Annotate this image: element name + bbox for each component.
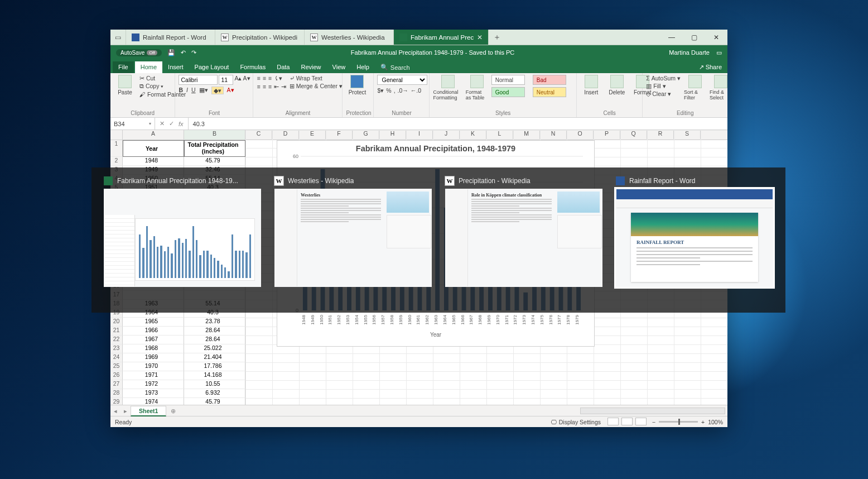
comma-icon[interactable]: , xyxy=(394,87,396,94)
add-sheet-button[interactable]: ⊕ xyxy=(166,408,180,414)
user-name[interactable]: Martina Duarte xyxy=(669,49,710,56)
formula-input[interactable]: 40.3 xyxy=(189,121,209,127)
decrease-indent-icon[interactable]: ⇤ xyxy=(274,83,279,90)
clear-button[interactable]: ◇ Clear ▾ xyxy=(646,90,681,97)
insert-cells-button[interactable]: Insert xyxy=(580,75,602,95)
column-header[interactable]: I xyxy=(406,130,433,140)
tab-help[interactable]: Help xyxy=(351,61,375,73)
fx-icon[interactable]: fx xyxy=(179,121,184,127)
row-header[interactable]: 21 xyxy=(110,327,123,336)
cell-year[interactable]: 1971 xyxy=(123,371,184,380)
column-header[interactable]: B xyxy=(184,130,245,140)
tab-data[interactable]: Data xyxy=(271,61,295,73)
select-all-corner[interactable] xyxy=(110,130,123,140)
alttab-thumbnail[interactable]: WPrecipitation - WikipediaRole in Köppen… xyxy=(445,176,602,287)
tab-page-layout[interactable]: Page Layout xyxy=(189,61,235,73)
fill-button[interactable]: ▥ Fill ▾ xyxy=(646,83,681,89)
zoom-out-button[interactable]: − xyxy=(652,419,655,425)
tab-file[interactable]: File xyxy=(113,61,134,73)
wrap-text-button[interactable]: ⤶ Wrap Text xyxy=(290,75,343,82)
tab-review[interactable]: Review xyxy=(295,61,326,73)
horizontal-scrollbar[interactable] xyxy=(580,408,725,414)
alttab-thumbnail[interactable]: WWesterlies - WikipediaWesterlies xyxy=(274,176,432,287)
grow-font-icon[interactable]: A▴ xyxy=(234,75,242,85)
fill-color-button[interactable]: ◆▾ xyxy=(211,87,224,94)
row-header[interactable]: 23 xyxy=(110,344,123,353)
cell-value[interactable]: 21.404 xyxy=(184,353,245,362)
column-header[interactable]: J xyxy=(433,130,460,140)
increase-indent-icon[interactable]: ⇥ xyxy=(281,83,286,90)
row-header[interactable]: 22 xyxy=(110,336,123,344)
align-middle-icon[interactable]: ≡ xyxy=(263,75,266,82)
align-top-icon[interactable]: ≡ xyxy=(257,75,260,82)
cell-value[interactable]: 25.022 xyxy=(184,344,245,353)
cancel-formula-icon[interactable]: ✕ xyxy=(160,120,165,127)
sets-tab[interactable]: WPrecipitation - Wikipedi xyxy=(215,30,305,45)
alttab-thumbnail[interactable]: Fabrikam Annual Precipitation 1948-19... xyxy=(104,176,261,287)
italic-button[interactable]: I xyxy=(186,87,188,94)
row-header[interactable]: 25 xyxy=(110,362,123,371)
increase-decimal-icon[interactable]: .0→ xyxy=(398,87,408,94)
cell-year[interactable]: 1948 xyxy=(123,157,184,166)
cell-year[interactable]: 1965 xyxy=(123,318,184,327)
row-header[interactable]: 20 xyxy=(110,318,123,327)
sets-tab[interactable]: Rainfall Report - Word xyxy=(126,30,215,45)
window-close[interactable]: ✕ xyxy=(705,30,727,45)
shrink-font-icon[interactable]: A▾ xyxy=(243,75,250,85)
column-header[interactable]: A xyxy=(123,130,184,140)
row-header[interactable]: 2 xyxy=(110,157,123,166)
merge-center-button[interactable]: ⊞ Merge & Center ▾ xyxy=(290,83,343,89)
column-header[interactable]: H xyxy=(379,130,406,140)
autosave-toggle[interactable]: AutoSave Off xyxy=(116,49,162,56)
row-header[interactable]: 26 xyxy=(110,371,123,380)
cell-style-neutral[interactable]: Neutral xyxy=(533,87,566,97)
cell-year[interactable]: 1967 xyxy=(123,336,184,344)
align-right-icon[interactable]: ≡ xyxy=(268,83,272,90)
cell-value[interactable]: 45.79 xyxy=(184,398,245,405)
row-header[interactable]: 28 xyxy=(110,389,123,398)
percent-icon[interactable]: % xyxy=(386,87,391,94)
display-settings[interactable]: 🖵 Display Settings xyxy=(551,419,601,425)
column-header[interactable]: N xyxy=(540,130,567,140)
cell-value[interactable]: 6.932 xyxy=(184,389,245,398)
cell-value[interactable]: 45.79 xyxy=(184,157,245,166)
cell-style-good[interactable]: Good xyxy=(491,87,525,97)
zoom-level[interactable]: 100% xyxy=(708,419,723,425)
row-header[interactable]: 1 xyxy=(110,140,123,157)
orientation-icon[interactable]: ⤹▾ xyxy=(274,75,282,82)
cell-year[interactable]: 1969 xyxy=(123,353,184,362)
name-box[interactable]: B34 xyxy=(110,118,155,130)
search-box[interactable]: 🔍 Search xyxy=(375,61,416,73)
font-color-button[interactable]: A▾ xyxy=(227,87,234,94)
cell-year[interactable]: 1970 xyxy=(123,362,184,371)
column-header[interactable]: Q xyxy=(620,130,647,140)
format-as-table-button[interactable]: Format as Table xyxy=(466,75,488,100)
font-size-combo[interactable] xyxy=(219,75,233,85)
tab-view[interactable]: View xyxy=(327,61,351,73)
sets-tab[interactable]: WWesterlies - Wikipedia xyxy=(305,30,394,45)
row-header[interactable]: 29 xyxy=(110,398,123,405)
protect-button[interactable]: Protect xyxy=(346,75,368,95)
task-view-button[interactable]: ▭ xyxy=(110,30,126,45)
number-format-combo[interactable]: General xyxy=(377,75,427,85)
row-header[interactable]: 27 xyxy=(110,380,123,389)
decrease-decimal-icon[interactable]: ←.0 xyxy=(411,87,421,94)
delete-cells-button[interactable]: Delete xyxy=(606,75,628,95)
new-tab-button[interactable]: ＋ xyxy=(489,30,505,45)
cell-value[interactable]: 23.78 xyxy=(184,318,245,327)
sheet-nav-next[interactable]: ▸ xyxy=(120,408,131,414)
cell-value[interactable]: 10.55 xyxy=(184,380,245,389)
column-header[interactable]: E xyxy=(299,130,326,140)
alttab-thumbnail[interactable]: Rainfall Report - WordRAINFALL REPORT xyxy=(616,176,773,287)
autosum-button[interactable]: Σ AutoSum ▾ xyxy=(646,75,681,82)
sort-filter-button[interactable]: Sort & Filter xyxy=(684,75,706,100)
find-select-button[interactable]: Find & Select xyxy=(710,75,727,100)
column-header[interactable]: M xyxy=(513,130,540,140)
column-header[interactable]: P xyxy=(594,130,620,140)
column-header[interactable]: R xyxy=(647,130,674,140)
column-header[interactable]: O xyxy=(567,130,594,140)
alt-tab-switcher[interactable]: Fabrikam Annual Precipitation 1948-19...… xyxy=(91,167,785,313)
conditional-formatting-button[interactable]: Conditional Formatting xyxy=(433,75,462,100)
view-page-layout-icon[interactable] xyxy=(621,418,633,425)
tab-formulas[interactable]: Formulas xyxy=(234,61,271,73)
